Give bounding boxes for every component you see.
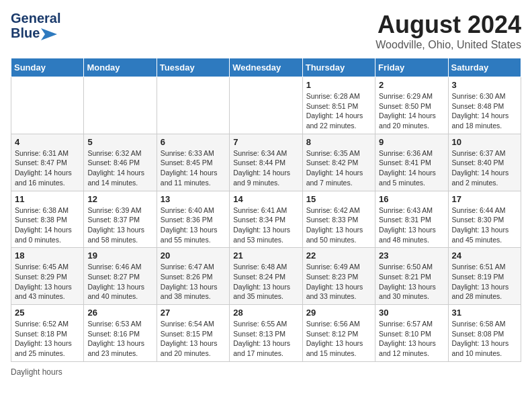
calendar-cell: 2Sunrise: 6:29 AM Sunset: 8:50 PM Daylig… [375, 77, 448, 134]
calendar-cell: 11Sunrise: 6:38 AM Sunset: 8:38 PM Dayli… [11, 191, 84, 248]
logo-blue: Blue [11, 26, 40, 41]
cell-info-text: Sunrise: 6:56 AM Sunset: 8:12 PM Dayligh… [306, 319, 371, 359]
cell-info-text: Sunrise: 6:30 AM Sunset: 8:48 PM Dayligh… [452, 91, 517, 131]
cell-date-number: 6 [161, 137, 226, 147]
cell-date-number: 28 [233, 308, 298, 318]
cell-info-text: Sunrise: 6:57 AM Sunset: 8:10 PM Dayligh… [379, 319, 444, 359]
cell-date-number: 21 [233, 250, 298, 261]
cell-info-text: Sunrise: 6:55 AM Sunset: 8:13 PM Dayligh… [233, 319, 298, 359]
calendar-week-row: 18Sunrise: 6:45 AM Sunset: 8:29 PM Dayli… [11, 248, 521, 305]
cell-info-text: Sunrise: 6:58 AM Sunset: 8:08 PM Dayligh… [452, 319, 517, 359]
title-area: August 2024 Woodville, Ohio, United Stat… [375, 11, 521, 51]
logo: General Blue [11, 11, 60, 41]
logo-arrow-icon [41, 28, 57, 40]
calendar-cell: 31Sunrise: 6:58 AM Sunset: 8:08 PM Dayli… [448, 305, 521, 362]
cell-info-text: Sunrise: 6:35 AM Sunset: 8:42 PM Dayligh… [306, 148, 371, 188]
calendar-cell: 16Sunrise: 6:43 AM Sunset: 8:31 PM Dayli… [375, 191, 448, 248]
calendar-day-header: Friday [375, 58, 448, 77]
calendar-cell [11, 77, 84, 134]
calendar-cell: 4Sunrise: 6:31 AM Sunset: 8:47 PM Daylig… [11, 134, 84, 191]
calendar-cell: 19Sunrise: 6:46 AM Sunset: 8:27 PM Dayli… [84, 248, 157, 305]
calendar-cell: 14Sunrise: 6:41 AM Sunset: 8:34 PM Dayli… [230, 191, 302, 248]
cell-date-number: 17 [452, 194, 517, 204]
calendar-day-header: Monday [84, 58, 157, 77]
calendar-cell: 22Sunrise: 6:49 AM Sunset: 8:23 PM Dayli… [302, 248, 375, 305]
calendar-cell: 8Sunrise: 6:35 AM Sunset: 8:42 PM Daylig… [302, 134, 375, 191]
cell-info-text: Sunrise: 6:37 AM Sunset: 8:40 PM Dayligh… [452, 148, 517, 188]
calendar-cell: 13Sunrise: 6:40 AM Sunset: 8:36 PM Dayli… [157, 191, 229, 248]
cell-date-number: 18 [15, 250, 80, 261]
calendar-cell: 25Sunrise: 6:52 AM Sunset: 8:18 PM Dayli… [11, 305, 84, 362]
cell-info-text: Sunrise: 6:36 AM Sunset: 8:41 PM Dayligh… [379, 148, 444, 188]
cell-info-text: Sunrise: 6:40 AM Sunset: 8:36 PM Dayligh… [161, 205, 226, 245]
calendar-cell: 7Sunrise: 6:34 AM Sunset: 8:44 PM Daylig… [230, 134, 302, 191]
cell-date-number: 10 [452, 137, 517, 147]
cell-date-number: 11 [15, 194, 80, 204]
cell-info-text: Sunrise: 6:51 AM Sunset: 8:19 PM Dayligh… [452, 262, 517, 302]
calendar-cell: 24Sunrise: 6:51 AM Sunset: 8:19 PM Dayli… [448, 248, 521, 305]
cell-info-text: Sunrise: 6:45 AM Sunset: 8:29 PM Dayligh… [15, 262, 80, 302]
cell-info-text: Sunrise: 6:54 AM Sunset: 8:15 PM Dayligh… [161, 319, 226, 359]
cell-date-number: 5 [87, 137, 152, 147]
calendar-cell: 30Sunrise: 6:57 AM Sunset: 8:10 PM Dayli… [375, 305, 448, 362]
cell-date-number: 27 [161, 308, 226, 318]
cell-info-text: Sunrise: 6:42 AM Sunset: 8:33 PM Dayligh… [306, 205, 371, 245]
cell-info-text: Sunrise: 6:43 AM Sunset: 8:31 PM Dayligh… [379, 205, 444, 245]
calendar-cell: 23Sunrise: 6:50 AM Sunset: 8:21 PM Dayli… [375, 248, 448, 305]
cell-info-text: Sunrise: 6:46 AM Sunset: 8:27 PM Dayligh… [87, 262, 152, 302]
cell-date-number: 20 [161, 250, 226, 261]
cell-date-number: 1 [306, 80, 371, 90]
calendar-week-row: 25Sunrise: 6:52 AM Sunset: 8:18 PM Dayli… [11, 305, 521, 362]
cell-date-number: 15 [306, 194, 371, 204]
cell-info-text: Sunrise: 6:32 AM Sunset: 8:46 PM Dayligh… [87, 148, 152, 188]
cell-date-number: 19 [87, 250, 152, 261]
calendar-week-row: 11Sunrise: 6:38 AM Sunset: 8:38 PM Dayli… [11, 191, 521, 248]
calendar-day-header: Tuesday [157, 58, 229, 77]
calendar-cell: 29Sunrise: 6:56 AM Sunset: 8:12 PM Dayli… [302, 305, 375, 362]
logo-general: General [11, 11, 60, 26]
cell-info-text: Sunrise: 6:33 AM Sunset: 8:45 PM Dayligh… [161, 148, 226, 188]
daylight-label: Daylight hours [11, 367, 62, 377]
calendar-table: SundayMondayTuesdayWednesdayThursdayFrid… [11, 58, 521, 362]
cell-info-text: Sunrise: 6:41 AM Sunset: 8:34 PM Dayligh… [233, 205, 298, 245]
cell-date-number: 8 [306, 137, 371, 147]
cell-date-number: 13 [161, 194, 226, 204]
page-title: August 2024 [375, 11, 521, 39]
calendar-cell: 5Sunrise: 6:32 AM Sunset: 8:46 PM Daylig… [84, 134, 157, 191]
cell-date-number: 14 [233, 194, 298, 204]
calendar-cell: 6Sunrise: 6:33 AM Sunset: 8:45 PM Daylig… [157, 134, 229, 191]
cell-info-text: Sunrise: 6:38 AM Sunset: 8:38 PM Dayligh… [15, 205, 80, 245]
calendar-cell: 27Sunrise: 6:54 AM Sunset: 8:15 PM Dayli… [157, 305, 229, 362]
cell-date-number: 9 [379, 137, 444, 147]
cell-date-number: 2 [379, 80, 444, 90]
calendar-cell: 17Sunrise: 6:44 AM Sunset: 8:30 PM Dayli… [448, 191, 521, 248]
calendar-cell: 28Sunrise: 6:55 AM Sunset: 8:13 PM Dayli… [230, 305, 302, 362]
cell-info-text: Sunrise: 6:31 AM Sunset: 8:47 PM Dayligh… [15, 148, 80, 188]
cell-info-text: Sunrise: 6:48 AM Sunset: 8:24 PM Dayligh… [233, 262, 298, 302]
calendar-day-header: Thursday [302, 58, 375, 77]
cell-info-text: Sunrise: 6:49 AM Sunset: 8:23 PM Dayligh… [306, 262, 371, 302]
cell-info-text: Sunrise: 6:52 AM Sunset: 8:18 PM Dayligh… [15, 319, 80, 359]
calendar-cell: 18Sunrise: 6:45 AM Sunset: 8:29 PM Dayli… [11, 248, 84, 305]
cell-date-number: 3 [452, 80, 517, 90]
svg-marker-0 [41, 28, 57, 40]
cell-info-text: Sunrise: 6:44 AM Sunset: 8:30 PM Dayligh… [452, 205, 517, 245]
calendar-cell: 26Sunrise: 6:53 AM Sunset: 8:16 PM Dayli… [84, 305, 157, 362]
cell-date-number: 29 [306, 308, 371, 318]
calendar-cell: 20Sunrise: 6:47 AM Sunset: 8:26 PM Dayli… [157, 248, 229, 305]
cell-info-text: Sunrise: 6:34 AM Sunset: 8:44 PM Dayligh… [233, 148, 298, 188]
cell-date-number: 7 [233, 137, 298, 147]
cell-info-text: Sunrise: 6:29 AM Sunset: 8:50 PM Dayligh… [379, 91, 444, 131]
calendar-cell [84, 77, 157, 134]
calendar-day-header: Sunday [11, 58, 84, 77]
cell-date-number: 22 [306, 250, 371, 261]
calendar-day-header: Saturday [448, 58, 521, 77]
cell-date-number: 24 [452, 250, 517, 261]
cell-date-number: 16 [379, 194, 444, 204]
cell-info-text: Sunrise: 6:53 AM Sunset: 8:16 PM Dayligh… [87, 319, 152, 359]
cell-info-text: Sunrise: 6:47 AM Sunset: 8:26 PM Dayligh… [161, 262, 226, 302]
cell-info-text: Sunrise: 6:28 AM Sunset: 8:51 PM Dayligh… [306, 91, 371, 131]
calendar-cell: 12Sunrise: 6:39 AM Sunset: 8:37 PM Dayli… [84, 191, 157, 248]
cell-date-number: 12 [87, 194, 152, 204]
calendar-header-row: SundayMondayTuesdayWednesdayThursdayFrid… [11, 58, 521, 77]
